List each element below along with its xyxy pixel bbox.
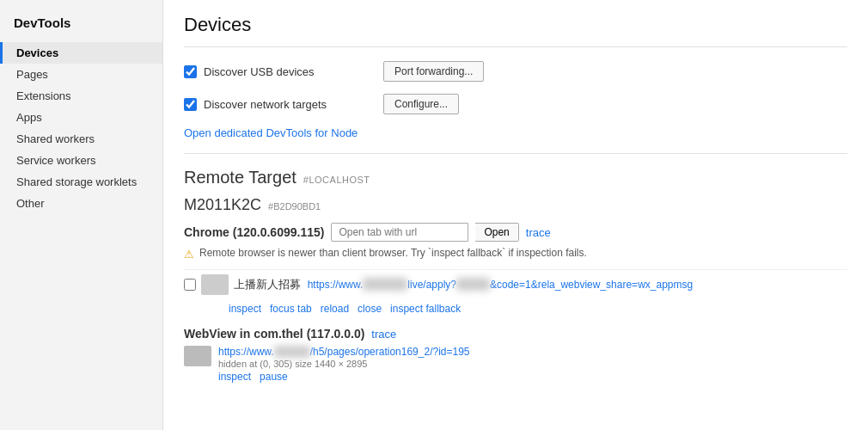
sidebar-item-other[interactable]: Other — [0, 193, 162, 214]
webview-pause-link[interactable]: pause — [260, 371, 288, 383]
warning-row: ⚠ Remote browser is newer than client br… — [184, 247, 847, 261]
webview-thumbnail — [184, 346, 211, 366]
tab-url-suffix: &code=1&rela_webview_share=wx_appmsg — [490, 279, 693, 291]
main-content: Devices Discover USB devices Port forwar… — [163, 0, 868, 430]
webview-trace-link[interactable]: trace — [371, 328, 396, 341]
sidebar-item-shared-storage[interactable]: Shared storage worklets — [0, 171, 162, 193]
reload-link[interactable]: reload — [321, 303, 349, 315]
tab-checkbox[interactable] — [184, 279, 196, 291]
tab-url-middle: live/apply? — [407, 279, 456, 291]
sidebar-item-extensions[interactable]: Extensions — [0, 85, 162, 107]
configure-button[interactable]: Configure... — [383, 94, 459, 114]
tab-url-blurred: xxxxxxxx — [363, 278, 407, 291]
tab-info: 上播新人招募 https://www.xxxxxxxxlive/apply?xx… — [234, 277, 693, 292]
device-header: M2011K2C #B2D90BD1 — [184, 196, 847, 214]
remote-target-header: Remote Target #LOCALHOST — [184, 168, 847, 187]
tab-url-blurred2: xxxxxx — [456, 278, 490, 291]
webview-section: WebView in com.thel (117.0.0.0) trace ht… — [184, 327, 847, 383]
tab-url-prefix: https://www. — [308, 279, 364, 291]
remote-target-title: Remote Target — [184, 168, 296, 187]
webview-actions: inspect pause — [218, 371, 470, 383]
tab-row: 上播新人招募 https://www.xxxxxxxxlive/apply?xx… — [184, 269, 847, 299]
discover-network-checkbox[interactable] — [184, 98, 197, 111]
device-name: M2011K2C — [184, 196, 261, 214]
webview-url-row: https://www.xxxxxxx/h5/pages/operation16… — [218, 346, 470, 358]
close-link[interactable]: close — [358, 303, 382, 315]
port-forwarding-button[interactable]: Port forwarding... — [383, 61, 484, 82]
discover-usb-row: Discover USB devices Port forwarding... — [184, 61, 847, 82]
inspect-link[interactable]: inspect — [229, 303, 261, 315]
sidebar-item-devices[interactable]: Devices — [0, 42, 162, 64]
tab-title-row: 上播新人招募 https://www.xxxxxxxxlive/apply?xx… — [234, 277, 693, 292]
page-title: Devices — [184, 14, 847, 47]
discover-network-label[interactable]: Discover network targets — [184, 98, 373, 111]
section-divider — [184, 153, 847, 154]
webview-url-prefix: https://www. — [218, 346, 274, 358]
tab-thumbnail — [201, 274, 229, 295]
tab-actions: inspect focus tab reload close inspect f… — [229, 303, 847, 315]
warning-text: Remote browser is newer than client brow… — [199, 247, 587, 259]
discover-network-row: Discover network targets Configure... — [184, 94, 847, 114]
device-id: #B2D90BD1 — [268, 201, 321, 212]
discover-usb-label[interactable]: Discover USB devices — [184, 65, 373, 78]
remote-target-subtitle: #LOCALHOST — [303, 175, 370, 185]
sidebar-item-shared-workers[interactable]: Shared workers — [0, 128, 162, 150]
open-tab-button[interactable]: Open — [475, 223, 518, 242]
webview-tab-row: https://www.xxxxxxx/h5/pages/operation16… — [184, 346, 847, 383]
webview-inspect-link[interactable]: inspect — [218, 371, 251, 383]
warning-icon: ⚠ — [184, 248, 194, 261]
webview-url-path: /h5/pages/operation169_2/?id=195 — [310, 346, 470, 358]
webview-title: WebView in com.thel (117.0.0.0) — [184, 327, 364, 341]
sidebar-title: DevTools — [0, 7, 162, 42]
tab-title: 上播新人招募 — [234, 278, 301, 291]
chrome-version: Chrome (120.0.6099.115) — [184, 225, 324, 239]
webview-info: https://www.xxxxxxx/h5/pages/operation16… — [218, 346, 470, 383]
sidebar: DevTools Devices Pages Extensions Apps S… — [0, 0, 163, 430]
discover-usb-checkbox[interactable] — [184, 65, 197, 78]
sidebar-item-service-workers[interactable]: Service workers — [0, 150, 162, 171]
webview-hidden-info: hidden at (0, 305) size 1440 × 2895 — [218, 359, 470, 369]
node-devtools-link[interactable]: Open dedicated DevTools for Node — [184, 126, 358, 139]
sidebar-item-apps[interactable]: Apps — [0, 107, 162, 128]
focus-tab-link[interactable]: focus tab — [270, 303, 312, 315]
browser-trace-link[interactable]: trace — [526, 226, 551, 239]
chrome-row: Chrome (120.0.6099.115) Open trace — [184, 223, 847, 242]
webview-url-blurred: xxxxxxx — [274, 346, 310, 358]
sidebar-item-pages[interactable]: Pages — [0, 64, 162, 85]
open-tab-input[interactable] — [331, 223, 468, 242]
inspect-fallback-link[interactable]: inspect fallback — [390, 303, 461, 315]
webview-header: WebView in com.thel (117.0.0.0) trace — [184, 327, 847, 341]
